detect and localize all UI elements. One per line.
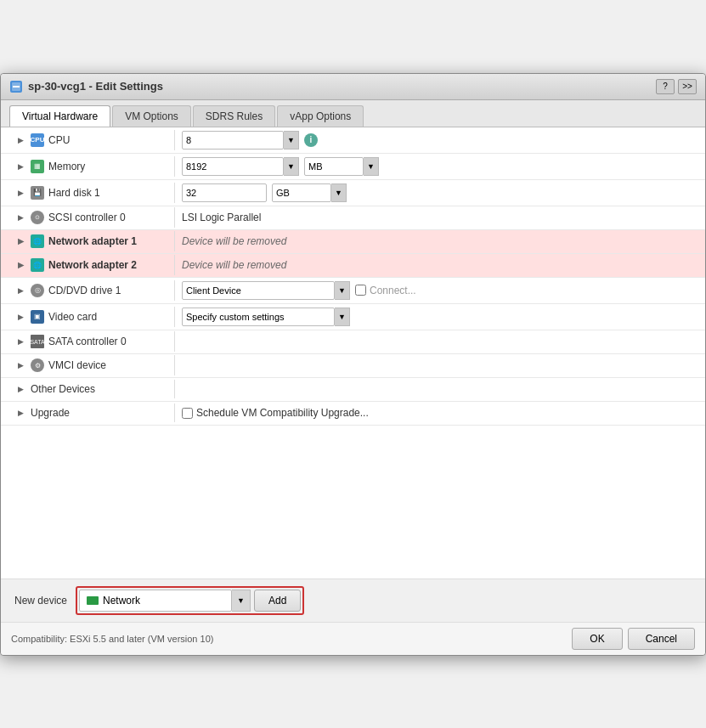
- memory-row: ▶ ▦ Memory 8192 ▼ MB ▼: [1, 154, 705, 180]
- network-adapter-1-value-cell: Device will be removed: [175, 232, 705, 251]
- cpu-select-arrow[interactable]: ▼: [284, 131, 299, 150]
- memory-select-arrow[interactable]: ▼: [284, 157, 299, 176]
- video-card-row: ▶ ▣ Video card Specify custom settings ▼: [1, 304, 705, 330]
- memory-unit-arrow[interactable]: ▼: [364, 157, 379, 176]
- cd-dvd-select-group: Client Device ▼: [182, 281, 350, 300]
- other-devices-value-cell: [175, 386, 705, 392]
- cpu-select[interactable]: 8: [182, 131, 284, 150]
- cd-connect-checkbox-label: Connect...: [355, 285, 416, 296]
- cancel-button[interactable]: Cancel: [628, 628, 695, 650]
- network-adapter-2-value: Device will be removed: [182, 259, 286, 271]
- hard-disk-row: ▶ 💾 Hard disk 1 ▲ ▼ GB: [1, 180, 705, 206]
- vmci-label-cell: ▶ ⚙ VMCI device: [1, 355, 175, 375]
- cd-dvd-select-arrow[interactable]: ▼: [335, 281, 350, 300]
- cd-dvd-row: ▶ ◎ CD/DVD drive 1 Client Device ▼ Conne…: [1, 278, 705, 304]
- disk-icon: 💾: [31, 186, 44, 200]
- upgrade-expand[interactable]: ▶: [18, 409, 26, 417]
- memory-select-group: 8192 ▼: [182, 157, 299, 176]
- network-adapter-2-expand[interactable]: ▶: [18, 261, 26, 269]
- other-devices-expand[interactable]: ▶: [18, 385, 26, 393]
- cd-dvd-label-cell: ▶ ◎ CD/DVD drive 1: [1, 280, 175, 301]
- video-card-select-arrow[interactable]: ▼: [335, 308, 350, 326]
- network-adapter-1-expand[interactable]: ▶: [18, 237, 26, 245]
- scsi-row: ▶ ⊙ SCSI controller 0 LSI Logic Parallel: [1, 206, 705, 230]
- add-button[interactable]: Add: [254, 590, 301, 612]
- bottom-area: New device Network ▼ Add: [1, 578, 705, 622]
- vmci-label: VMCI device: [48, 359, 106, 371]
- memory-unit-select[interactable]: MB: [304, 157, 364, 176]
- cd-icon: ◎: [31, 284, 44, 297]
- svg-rect-2: [13, 86, 20, 87]
- hard-disk-expand[interactable]: ▶: [18, 189, 26, 197]
- cpu-icon: CPU: [31, 133, 44, 147]
- cd-connect-checkbox[interactable]: [355, 285, 366, 296]
- sata-expand[interactable]: ▶: [18, 337, 26, 346]
- content-spacer: [1, 426, 705, 578]
- memory-expand[interactable]: ▶: [18, 162, 26, 171]
- tab-sdrs-rules[interactable]: SDRS Rules: [193, 105, 275, 127]
- memory-value-cell: 8192 ▼ MB ▼: [175, 154, 705, 179]
- content-area: ▶ CPU CPU 8 ▼ i ▶: [1, 127, 705, 622]
- cd-dvd-select[interactable]: Client Device: [182, 281, 335, 300]
- new-device-select-arrow[interactable]: ▼: [232, 590, 251, 612]
- memory-label-cell: ▶ ▦ Memory: [1, 156, 175, 177]
- scsi-expand[interactable]: ▶: [18, 213, 26, 222]
- video-card-label-cell: ▶ ▣ Video card: [1, 307, 175, 327]
- network-adapter-1-icon: 🌐: [31, 234, 44, 248]
- vmci-expand[interactable]: ▶: [18, 361, 26, 370]
- cpu-expand[interactable]: ▶: [18, 136, 26, 144]
- network-adapter-2-label-cell: ▶ 🌐 Network adapter 2: [1, 255, 175, 275]
- network-adapter-2-value-cell: Device will be removed: [175, 256, 705, 274]
- tab-vm-options[interactable]: VM Options: [112, 105, 191, 127]
- sata-label: SATA controller 0: [48, 336, 127, 347]
- cd-dvd-expand[interactable]: ▶: [18, 286, 26, 295]
- video-card-select[interactable]: Specify custom settings: [182, 308, 335, 326]
- video-icon: ▣: [31, 310, 44, 324]
- cd-dvd-value-cell: Client Device ▼ Connect...: [175, 278, 705, 303]
- expand-button[interactable]: >>: [678, 79, 697, 94]
- new-device-label: New device: [14, 595, 67, 607]
- upgrade-checkbox[interactable]: [182, 408, 193, 419]
- cpu-info-icon[interactable]: i: [304, 133, 318, 147]
- hard-disk-label-cell: ▶ 💾 Hard disk 1: [1, 183, 175, 203]
- hard-disk-value-cell: ▲ ▼ GB ▼: [175, 180, 705, 206]
- other-devices-label: Other Devices: [31, 383, 95, 395]
- new-device-select[interactable]: Network: [79, 590, 232, 612]
- new-device-row: New device Network ▼ Add: [1, 579, 705, 622]
- memory-label: Memory: [48, 161, 85, 172]
- other-devices-row: ▶ Other Devices: [1, 378, 705, 402]
- vmci-row: ▶ ⚙ VMCI device: [1, 354, 705, 378]
- window-title: sp-30-vcg1 - Edit Settings: [28, 80, 163, 93]
- hard-disk-unit-arrow[interactable]: ▼: [331, 183, 347, 202]
- edit-settings-window: sp-30-vcg1 - Edit Settings ? >> Virtual …: [0, 73, 706, 656]
- sata-value-cell: [175, 338, 705, 345]
- upgrade-value: Schedule VM Compatibility Upgrade...: [196, 407, 369, 419]
- tab-virtual-hardware[interactable]: Virtual Hardware: [9, 105, 110, 127]
- upgrade-label: Upgrade: [31, 407, 70, 419]
- title-bar-left: sp-30-vcg1 - Edit Settings: [9, 80, 163, 93]
- help-button[interactable]: ?: [656, 79, 675, 94]
- scsi-value-cell: LSI Logic Parallel: [175, 208, 705, 227]
- network-adapter-2-row: ▶ 🌐 Network adapter 2 Device will be rem…: [1, 254, 705, 278]
- sata-row: ▶ SATA SATA controller 0: [1, 330, 705, 354]
- vmci-icon: ⚙: [31, 358, 44, 372]
- sata-icon: SATA: [31, 335, 44, 348]
- scsi-label: SCSI controller 0: [48, 212, 126, 223]
- memory-unit-group: MB ▼: [304, 157, 379, 176]
- scsi-value: LSI Logic Parallel: [182, 212, 261, 223]
- video-card-expand[interactable]: ▶: [18, 313, 26, 321]
- vmci-value-cell: [175, 362, 705, 369]
- hard-disk-unit-select[interactable]: GB: [272, 183, 331, 202]
- network-adapter-1-value: Device will be removed: [182, 235, 286, 247]
- status-bar: Compatibility: ESXi 5.5 and later (VM ve…: [1, 622, 705, 655]
- tab-vapp-options[interactable]: vApp Options: [277, 105, 364, 127]
- window-icon: [9, 80, 23, 93]
- memory-select[interactable]: 8192: [182, 157, 284, 176]
- upgrade-value-cell: Schedule VM Compatibility Upgrade...: [175, 404, 705, 422]
- ok-button[interactable]: OK: [572, 628, 622, 650]
- cd-connect-label: Connect...: [370, 285, 416, 296]
- video-card-select-group: Specify custom settings ▼: [182, 308, 350, 326]
- hard-disk-spinner[interactable]: ▲ ▼: [182, 183, 267, 202]
- network-adapter-1-row: ▶ 🌐 Network adapter 1 Device will be rem…: [1, 230, 705, 254]
- title-bar-controls: ? >>: [656, 79, 697, 94]
